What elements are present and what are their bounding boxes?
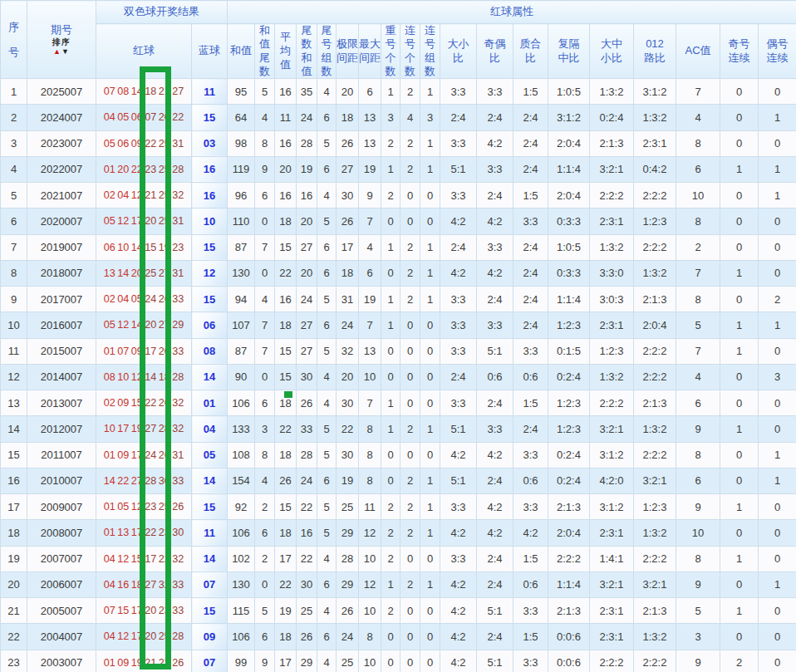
red-balls-cell: 05 06 09 22 25 31 (96, 130, 192, 156)
attribute-cell: 30 (297, 571, 317, 597)
red-balls-cell: 01 07 09 17 20 33 (96, 338, 192, 364)
red-ball-group-front: 02 09 15 (104, 397, 143, 409)
red-ball-group-front: 04 05 06 (104, 111, 143, 123)
column-header-012-route-ratio: 012 路比 (634, 24, 676, 79)
red-ball-group-back: 22 25 31 (145, 138, 184, 150)
column-header-big-small-ratio: 大小 比 (440, 24, 477, 79)
attribute-cell: 3:3 (513, 598, 548, 624)
attribute-cell: 0 (400, 390, 420, 416)
red-balls-cell: 02 04 05 24 26 33 (96, 287, 192, 312)
attribute-cell: 0 (255, 260, 275, 286)
serial-cell: 13 (1, 390, 27, 416)
attribute-cell: 1 (759, 183, 796, 208)
attribute-cell: 9 (676, 494, 720, 520)
column-header-tail-sum: 尾数 和值 (297, 24, 317, 79)
attribute-cell: 2:1:3 (634, 287, 676, 312)
attribute-cell: 2:4 (440, 364, 477, 390)
attribute-cell: 2:4 (513, 260, 548, 286)
red-ball-group-front: 05 06 09 (104, 138, 143, 150)
attribute-cell: 0:0:6 (548, 624, 590, 650)
attribute-cell: 1:3:2 (590, 234, 634, 260)
attribute-cell: 4 (400, 105, 420, 130)
attribute-cell: 6 (255, 390, 275, 416)
blue-ball-cell: 15 (192, 287, 228, 312)
attribute-cell: 28 (297, 442, 317, 468)
attribute-cell: 6 (359, 260, 381, 286)
attribute-cell: 6 (359, 79, 381, 105)
attribute-cell: 0 (255, 208, 275, 234)
sort-label: 排序 (52, 37, 71, 48)
blue-ball-cell: 08 (192, 338, 228, 364)
red-ball-group-front: 02 04 12 (104, 189, 143, 201)
attribute-cell: 4 (317, 650, 337, 672)
attribute-cell: 1:3:2 (634, 416, 676, 442)
attribute-cell: 6 (317, 105, 337, 130)
attribute-cell: 0 (381, 364, 400, 390)
attribute-cell: 2 (400, 416, 420, 442)
attribute-cell: 1 (720, 598, 759, 624)
attribute-cell: 5:1 (477, 598, 513, 624)
attribute-cell: 1:0:5 (548, 234, 590, 260)
attribute-cell: 2 (381, 598, 400, 624)
attribute-cell: 0:2:4 (590, 105, 634, 130)
attribute-cell: 25 (337, 650, 359, 672)
attribute-cell: 18 (275, 312, 297, 338)
serial-cell: 7 (1, 234, 27, 260)
red-ball-group-back: 24 26 31 (145, 449, 184, 461)
attribute-cell: 1 (381, 287, 400, 312)
blue-ball-cell: 11 (192, 79, 228, 105)
attribute-cell: 2:4 (440, 105, 477, 130)
blue-ball-cell: 07 (192, 650, 228, 672)
attribute-cell: 2:2:2 (634, 364, 676, 390)
attribute-cell: 9 (676, 571, 720, 597)
attribute-cell: 25 (337, 494, 359, 520)
sort-desc-icon[interactable]: ▼ (61, 47, 70, 56)
red-ball-group-back: 20 25 31 (145, 215, 184, 227)
attribute-cell: 3:3 (477, 156, 513, 182)
attribute-cell: 5 (255, 598, 275, 624)
sort-arrows[interactable]: ▲▼ (53, 48, 70, 56)
sort-asc-icon[interactable]: ▲ (53, 47, 61, 56)
attribute-cell: 4:2 (477, 494, 513, 520)
attribute-cell: 27 (297, 234, 317, 260)
serial-cell: 6 (1, 208, 27, 234)
attribute-cell: 6 (255, 624, 275, 650)
attribute-cell: 1 (420, 468, 440, 493)
attribute-cell: 30 (337, 390, 359, 416)
attribute-cell: 0 (400, 338, 420, 364)
attribute-cell: 2 (381, 546, 400, 571)
attribute-cell: 5:1 (440, 416, 477, 442)
attribute-cell: 1 (381, 312, 400, 338)
red-ball-group-back: 17 22 32 (145, 553, 184, 565)
attribute-cell: 2:0:4 (548, 520, 590, 546)
attribute-cell: 0 (720, 390, 759, 416)
red-balls-cell: 04 12 17 20 25 28 (96, 624, 192, 650)
red-ball-group-back: 17 20 33 (145, 346, 184, 357)
attribute-cell: 2:3:1 (634, 130, 676, 156)
attribute-cell: 5 (317, 442, 337, 468)
attribute-cell: 2:4 (477, 390, 513, 416)
attribute-cell: 15 (275, 494, 297, 520)
attribute-cell: 2:2:2 (548, 546, 590, 571)
attribute-cell: 0 (420, 650, 440, 672)
attribute-cell: 6 (317, 571, 337, 597)
attribute-cell: 2:2:2 (590, 390, 634, 416)
attribute-cell: 6 (676, 468, 720, 493)
attribute-cell: 1:5 (513, 79, 548, 105)
blue-ball-cell: 10 (192, 208, 228, 234)
attribute-cell: 2 (720, 650, 759, 672)
attribute-cell: 0 (255, 571, 275, 597)
blue-ball-cell: 15 (192, 494, 228, 520)
attribute-cell: 3:1:2 (548, 105, 590, 130)
attribute-cell: 1:3:2 (634, 260, 676, 286)
red-ball-group-front: 14 22 27 (104, 475, 143, 487)
attribute-cell: 13 (359, 105, 381, 130)
attribute-cell: 19 (297, 156, 317, 182)
attribute-cell: 4 (676, 105, 720, 130)
attribute-cell: 0 (381, 468, 400, 493)
attribute-cell: 15 (275, 234, 297, 260)
attribute-cell: 26 (275, 468, 297, 493)
column-header-consecutive-count: 连号 个数 (400, 24, 420, 79)
table-row: 2202400704 05 06 07 20 22156441124618133… (1, 105, 796, 130)
red-ball-group-back: 22 26 32 (145, 397, 184, 409)
